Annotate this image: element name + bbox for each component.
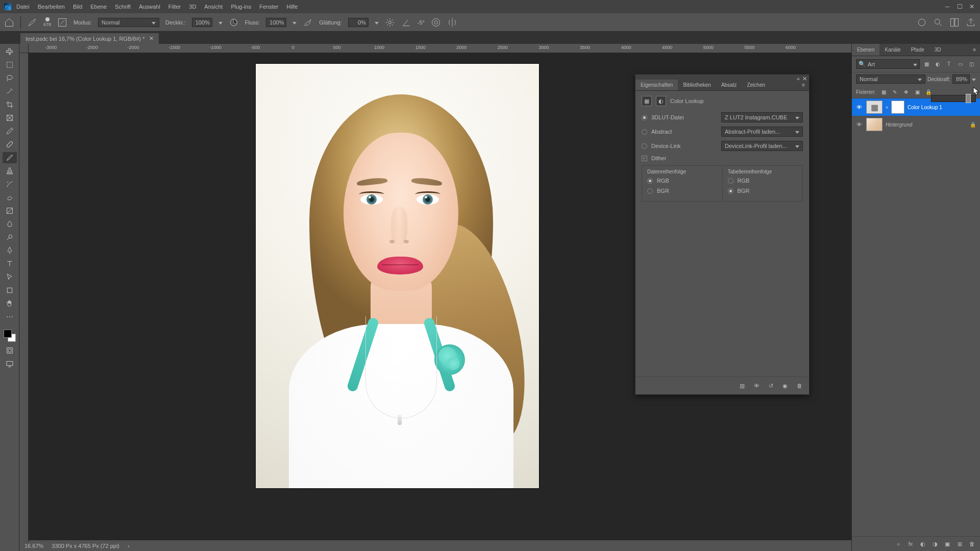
menu-filter[interactable]: Filter <box>168 4 181 10</box>
home-icon[interactable] <box>4 17 14 28</box>
filter-type-icon[interactable]: T <box>944 60 953 69</box>
mode-select[interactable]: Normal <box>98 18 159 27</box>
layer-thumbnail[interactable]: ▦ <box>866 101 883 114</box>
menu-datei[interactable]: Datei <box>16 4 30 10</box>
menu-ebene[interactable]: Ebene <box>90 4 107 10</box>
status-arrow-icon[interactable]: › <box>128 543 130 549</box>
minimize-button[interactable]: ─ <box>943 3 951 11</box>
opacity-input[interactable]: 100% <box>192 18 212 27</box>
tab-bibliotheken[interactable]: Bibliotheken <box>678 80 716 90</box>
layer-opacity-input[interactable]: 89% <box>952 74 970 84</box>
tab-ebenen[interactable]: Ebenen <box>852 44 879 56</box>
dodge-tool[interactable] <box>3 232 17 243</box>
workspace-icon[interactable] <box>949 17 960 28</box>
hand-tool[interactable] <box>3 298 17 309</box>
menu-3d[interactable]: 3D <box>189 4 196 10</box>
stamp-tool[interactable] <box>3 165 17 177</box>
chevron-down-icon[interactable] <box>375 19 379 26</box>
radio-data-rgb[interactable] <box>647 178 653 184</box>
opacity-slider[interactable] <box>931 95 976 102</box>
marquee-tool[interactable] <box>3 59 17 70</box>
type-tool[interactable] <box>3 258 17 269</box>
menu-auswahl[interactable]: Auswahl <box>139 4 160 10</box>
radio-data-bgr[interactable] <box>647 188 653 194</box>
lock-pixels-icon[interactable]: ✎ <box>891 88 899 96</box>
brush-tool[interactable] <box>3 152 17 163</box>
pressure-size-icon[interactable] <box>431 17 441 28</box>
radio-devicelink[interactable] <box>642 143 647 149</box>
menu-bearbeiten[interactable]: Bearbeiten <box>38 4 65 10</box>
cloud-icon[interactable] <box>917 17 927 28</box>
screen-mode-icon[interactable] <box>3 358 17 369</box>
symmetry-icon[interactable] <box>447 17 457 28</box>
lock-position-icon[interactable]: ✥ <box>902 88 910 96</box>
radio-3dlut[interactable] <box>642 115 647 120</box>
move-tool[interactable] <box>3 46 17 57</box>
clip-to-layer-icon[interactable]: ▥ <box>738 381 747 390</box>
radio-table-rgb[interactable] <box>728 178 733 184</box>
layer-fx-icon[interactable]: fx <box>906 540 915 548</box>
lock-transparency-icon[interactable]: ▦ <box>879 88 888 96</box>
eraser-tool[interactable] <box>3 192 17 203</box>
crop-tool[interactable] <box>3 99 17 110</box>
visibility-eye-icon[interactable]: 👁 <box>855 104 863 110</box>
airbrush-icon[interactable] <box>303 17 313 28</box>
share-icon[interactable] <box>966 17 976 28</box>
menu-plugins[interactable]: Plug-ins <box>231 4 251 10</box>
tab-kanale[interactable]: Kanäle <box>879 44 905 56</box>
lasso-tool[interactable] <box>3 72 17 84</box>
group-icon[interactable]: ▣ <box>943 540 951 548</box>
eyedropper-tool[interactable] <box>3 126 17 137</box>
maximize-button[interactable]: ☐ <box>955 3 964 11</box>
lock-artboard-icon[interactable]: ▣ <box>913 88 921 96</box>
chevron-down-icon[interactable] <box>292 19 297 26</box>
pen-tool[interactable] <box>3 245 17 256</box>
zoom-level[interactable]: 16.67% <box>24 543 43 549</box>
gradient-tool[interactable] <box>3 205 17 216</box>
pressure-opacity-icon[interactable] <box>229 17 239 28</box>
tab-pfade[interactable]: Pfade <box>906 44 929 56</box>
history-brush-tool[interactable] <box>3 179 17 190</box>
menu-ansicht[interactable]: Ansicht <box>204 4 223 10</box>
more-tools[interactable]: ⋯ <box>3 311 17 322</box>
filter-pixel-icon[interactable]: ▦ <box>922 60 931 69</box>
filter-shape-icon[interactable]: ▭ <box>955 60 965 69</box>
brush-tool-icon[interactable] <box>27 17 37 28</box>
toggle-visibility-icon[interactable]: 👁 <box>752 381 761 390</box>
panel-menu-icon[interactable]: ≡ <box>969 44 980 56</box>
panel-collapse-icon[interactable]: « <box>797 76 800 82</box>
frame-tool[interactable] <box>3 112 17 123</box>
checkbox-dither[interactable]: ✓ <box>642 156 647 161</box>
delete-layer-icon[interactable]: 🗑 <box>968 540 976 548</box>
menu-hilfe[interactable]: Hilfe <box>286 4 298 10</box>
tab-3d[interactable]: 3D <box>929 44 946 56</box>
chevron-down-icon[interactable] <box>218 19 223 26</box>
path-select-tool[interactable] <box>3 271 17 283</box>
document-tab[interactable]: test.psdc bei 16,7% (Color Lookup 1, RGB… <box>20 33 159 44</box>
reset-icon[interactable]: ↺ <box>766 381 775 390</box>
adjustment-layer-icon[interactable]: ◑ <box>931 540 939 548</box>
layer-link-icon[interactable]: ⟐ <box>886 105 888 110</box>
opacity-slider-thumb[interactable] <box>966 94 971 103</box>
menu-schrift[interactable]: Schrift <box>115 4 131 10</box>
search-icon[interactable] <box>933 17 943 28</box>
layer-thumbnail[interactable] <box>866 118 883 131</box>
blur-tool[interactable] <box>3 218 17 230</box>
layer-filter-select[interactable]: 🔍 Art <box>856 59 920 69</box>
radio-abstract[interactable] <box>642 129 647 135</box>
layer-name[interactable]: Color Lookup 1 <box>908 105 977 110</box>
dropdown-devicelink[interactable]: DeviceLink-Profil laden... <box>721 141 803 151</box>
dropdown-3dlut[interactable]: Z LUT2 Instagram.CUBE <box>721 112 803 122</box>
foreground-color-swatch[interactable] <box>4 330 12 338</box>
wand-tool[interactable] <box>3 86 17 97</box>
filter-adjust-icon[interactable]: ◐ <box>933 60 942 69</box>
blend-mode-select[interactable]: Normal <box>856 74 925 84</box>
brush-size-preview[interactable]: 678 <box>43 17 51 27</box>
color-swatches[interactable] <box>3 329 17 343</box>
brush-panel-icon[interactable] <box>57 17 67 28</box>
delete-adjustment-icon[interactable]: 🗑 <box>795 381 804 390</box>
filter-smart-icon[interactable]: ◫ <box>967 60 976 69</box>
panel-drag-handle[interactable] <box>635 74 809 80</box>
tab-eigenschaften[interactable]: Eigenschaften <box>635 80 678 90</box>
angle-value[interactable]: -5° <box>418 19 425 26</box>
